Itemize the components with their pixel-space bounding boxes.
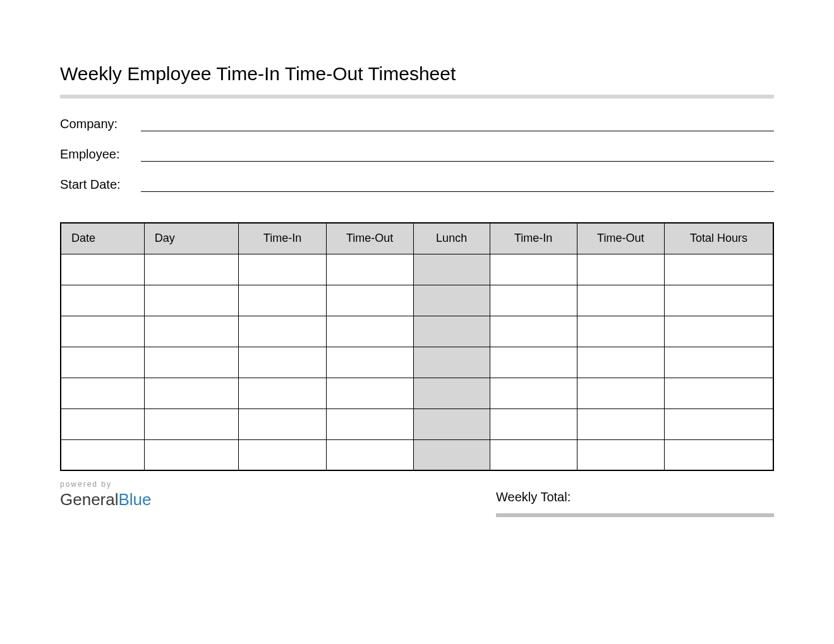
cell-date[interactable] [61, 439, 144, 470]
cell-time-in-2[interactable] [490, 347, 577, 378]
powered-by-label: powered by [60, 480, 152, 489]
header-total-hours: Total Hours [664, 223, 773, 254]
cell-time-in-1[interactable] [239, 254, 326, 285]
logo-block: powered by GeneralBlue [60, 479, 152, 510]
cell-date[interactable] [61, 316, 144, 347]
cell-lunch[interactable] [413, 439, 490, 470]
employee-row: Employee: [60, 146, 774, 162]
cell-time-in-2[interactable] [490, 408, 577, 439]
cell-time-in-1[interactable] [239, 316, 326, 347]
cell-time-out-1[interactable] [326, 378, 413, 408]
cell-day[interactable] [144, 378, 239, 408]
cell-day[interactable] [144, 254, 239, 285]
table-row [61, 285, 773, 316]
cell-time-in-2[interactable] [490, 285, 577, 316]
weekly-total-block: Weekly Total: [496, 479, 774, 517]
cell-time-out-1[interactable] [326, 347, 413, 378]
cell-lunch[interactable] [413, 408, 490, 439]
cell-time-out-2[interactable] [577, 254, 664, 285]
cell-time-in-2[interactable] [490, 254, 577, 285]
cell-time-out-1[interactable] [326, 408, 413, 439]
cell-time-out-2[interactable] [577, 378, 664, 408]
header-time-out-2: Time-Out [577, 223, 664, 254]
cell-time-out-1[interactable] [326, 316, 413, 347]
cell-total-hours[interactable] [664, 439, 773, 470]
title-divider [60, 95, 774, 98]
cell-lunch[interactable] [413, 378, 490, 408]
header-day: Day [144, 223, 239, 254]
cell-date[interactable] [61, 378, 144, 408]
cell-date[interactable] [61, 254, 144, 285]
weekly-total-label: Weekly Total: [496, 479, 571, 504]
cell-time-in-2[interactable] [490, 316, 577, 347]
cell-time-out-2[interactable] [577, 316, 664, 347]
header-time-out-1: Time-Out [326, 223, 413, 254]
logo-text: GeneralBlue [60, 490, 152, 510]
cell-total-hours[interactable] [664, 347, 773, 378]
cell-day[interactable] [144, 408, 239, 439]
table-header-row: Date Day Time-In Time-Out Lunch Time-In … [61, 223, 773, 254]
header-lunch: Lunch [413, 223, 490, 254]
table-row [61, 316, 773, 347]
company-label: Company: [60, 117, 141, 131]
cell-time-out-1[interactable] [326, 439, 413, 470]
cell-time-in-1[interactable] [239, 439, 326, 470]
cell-total-hours[interactable] [664, 378, 773, 408]
cell-date[interactable] [61, 347, 144, 378]
weekly-total-field[interactable] [576, 492, 774, 504]
start-date-row: Start Date: [60, 177, 774, 192]
company-field[interactable] [141, 116, 774, 131]
page-title: Weekly Employee Time-In Time-Out Timeshe… [60, 63, 774, 85]
cell-day[interactable] [144, 347, 239, 378]
cell-lunch[interactable] [413, 254, 490, 285]
cell-date[interactable] [61, 408, 144, 439]
cell-time-in-1[interactable] [239, 347, 326, 378]
header-date: Date [61, 223, 144, 254]
table-row [61, 408, 773, 439]
cell-time-out-2[interactable] [577, 439, 664, 470]
header-time-in-1: Time-In [239, 223, 326, 254]
cell-time-in-2[interactable] [490, 378, 577, 408]
cell-total-hours[interactable] [664, 408, 773, 439]
cell-day[interactable] [144, 285, 239, 316]
cell-lunch[interactable] [413, 316, 490, 347]
start-date-field[interactable] [141, 177, 774, 192]
logo-general: General [60, 490, 119, 509]
cell-day[interactable] [144, 439, 239, 470]
table-row [61, 378, 773, 408]
company-row: Company: [60, 116, 774, 131]
cell-time-in-1[interactable] [239, 285, 326, 316]
cell-total-hours[interactable] [664, 285, 773, 316]
cell-date[interactable] [61, 285, 144, 316]
employee-field[interactable] [141, 146, 774, 162]
cell-time-out-2[interactable] [577, 408, 664, 439]
cell-time-out-2[interactable] [577, 347, 664, 378]
start-date-label: Start Date: [60, 177, 141, 192]
table-row [61, 347, 773, 378]
employee-label: Employee: [60, 147, 141, 162]
cell-total-hours[interactable] [664, 254, 773, 285]
cell-time-in-1[interactable] [239, 408, 326, 439]
header-time-in-2: Time-In [490, 223, 577, 254]
cell-lunch[interactable] [413, 347, 490, 378]
cell-lunch[interactable] [413, 285, 490, 316]
logo-blue: Blue [119, 490, 152, 509]
cell-time-in-2[interactable] [490, 439, 577, 470]
cell-time-out-1[interactable] [326, 285, 413, 316]
timesheet-table: Date Day Time-In Time-Out Lunch Time-In … [60, 222, 774, 471]
cell-day[interactable] [144, 316, 239, 347]
weekly-total-divider [496, 513, 774, 517]
cell-time-in-1[interactable] [239, 378, 326, 408]
table-row [61, 254, 773, 285]
cell-time-out-2[interactable] [577, 285, 664, 316]
cell-time-out-1[interactable] [326, 254, 413, 285]
table-row [61, 439, 773, 470]
cell-total-hours[interactable] [664, 316, 773, 347]
